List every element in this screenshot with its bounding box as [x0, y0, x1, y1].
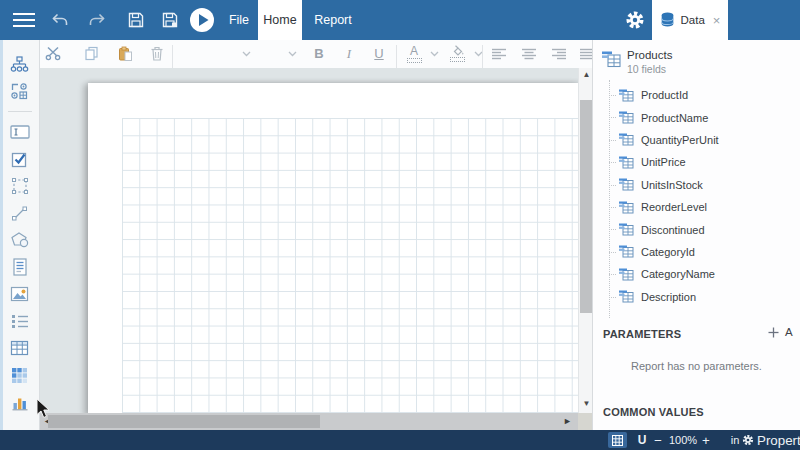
- delete-button[interactable]: [146, 40, 168, 67]
- toggle-grid-button[interactable]: [606, 430, 628, 450]
- image-tool-button[interactable]: [7, 284, 33, 304]
- zoom-in-button[interactable]: +: [700, 430, 712, 450]
- horizontal-scroll-thumb[interactable]: [48, 415, 320, 428]
- fill-color-button[interactable]: [446, 40, 468, 67]
- dataset-field[interactable]: UnitPrice: [593, 151, 800, 173]
- paint-bucket-icon: [450, 45, 465, 56]
- toolbox-button[interactable]: [7, 81, 33, 101]
- dataset-field[interactable]: CategoryId: [593, 241, 800, 263]
- properties-button[interactable]: Properties: [742, 430, 800, 450]
- dataset-field[interactable]: ProductId: [593, 84, 800, 106]
- checkbox-icon: [11, 151, 28, 168]
- save-as-button[interactable]: [158, 0, 182, 40]
- field-icon: [619, 133, 634, 146]
- data-panel: Products 10 fields Pro: [592, 40, 800, 430]
- plus-icon: [768, 327, 779, 338]
- dataset-field[interactable]: CategoryName: [593, 263, 800, 285]
- chevron-down-icon: [288, 51, 297, 57]
- hamburger-menu-button[interactable]: [10, 0, 38, 40]
- snap-to-grid-button[interactable]: U: [634, 430, 650, 450]
- italic-button[interactable]: I: [340, 40, 358, 67]
- dataset-node[interactable]: Products 10 fields: [593, 48, 800, 82]
- redo-icon: [88, 13, 105, 27]
- chart-tool-button[interactable]: [7, 392, 33, 412]
- toolbox-icon: [11, 83, 28, 100]
- add-parameter-button[interactable]: A: [768, 326, 793, 338]
- field-icon: [619, 89, 634, 102]
- redo-button[interactable]: [84, 0, 108, 40]
- line-icon: [11, 205, 28, 222]
- textbox-icon: [10, 125, 30, 139]
- matrix-tool-button[interactable]: [7, 365, 33, 385]
- field-icon: [619, 156, 634, 169]
- file-menu[interactable]: File: [222, 0, 256, 40]
- shape-icon: [11, 232, 29, 248]
- font-size-dropdown[interactable]: [282, 40, 302, 67]
- rich-text-tool-button[interactable]: [7, 257, 33, 277]
- font-family-dropdown[interactable]: [236, 40, 256, 67]
- copy-icon: [84, 46, 99, 61]
- scissors-icon: [45, 46, 61, 61]
- underline-button[interactable]: U: [370, 40, 388, 67]
- bold-button[interactable]: B: [310, 40, 328, 67]
- data-tab-label: Data: [681, 14, 705, 26]
- dataset-field[interactable]: UnitsInStock: [593, 174, 800, 196]
- preview-button[interactable]: [188, 0, 216, 40]
- save-button[interactable]: [124, 0, 148, 40]
- save-as-icon: [162, 12, 178, 28]
- align-right-button[interactable]: [548, 40, 570, 67]
- copy-button[interactable]: [80, 40, 102, 67]
- zoom-level[interactable]: 100%: [666, 430, 700, 450]
- rich-text-icon: [12, 258, 28, 276]
- dataset-field[interactable]: ReorderLevel: [593, 196, 800, 218]
- cut-button[interactable]: [42, 40, 64, 67]
- align-center-button[interactable]: [518, 40, 540, 67]
- table-icon: [10, 340, 29, 356]
- data-panel-tab[interactable]: Data ×: [652, 0, 728, 40]
- zoom-out-button[interactable]: −: [652, 430, 664, 450]
- hamburger-icon: [13, 13, 35, 27]
- dataset-field[interactable]: QuantityPerUnit: [593, 129, 800, 151]
- list-tool-button[interactable]: [7, 311, 33, 331]
- report-page[interactable]: [88, 83, 578, 413]
- field-icon: [619, 223, 634, 236]
- report-designer-window: File Home Report Data ×: [0, 0, 800, 450]
- design-canvas-area: [40, 68, 578, 413]
- image-icon: [10, 286, 29, 302]
- design-grid-surface[interactable]: [122, 118, 578, 413]
- dataset-field[interactable]: ProductName: [593, 106, 800, 128]
- container-tool-button[interactable]: [7, 176, 33, 196]
- textbox-tool-button[interactable]: [7, 122, 33, 142]
- paste-button[interactable]: [114, 40, 136, 67]
- dataset-icon: [602, 51, 621, 72]
- undo-button[interactable]: [48, 0, 72, 40]
- checkbox-tool-button[interactable]: [7, 149, 33, 169]
- scroll-right-icon[interactable]: ►: [563, 416, 572, 427]
- tab-home[interactable]: Home: [258, 0, 302, 40]
- paste-icon: [118, 46, 133, 61]
- settings-button[interactable]: [622, 0, 648, 40]
- table-tool-button[interactable]: [7, 338, 33, 358]
- chart-icon: [11, 394, 29, 411]
- horizontal-scrollbar[interactable]: ◄ ►: [40, 413, 578, 430]
- matrix-icon: [11, 367, 28, 384]
- tab-report[interactable]: Report: [302, 0, 364, 40]
- line-tool-button[interactable]: [7, 203, 33, 223]
- vertical-scrollbar[interactable]: ▲ ▼: [578, 68, 593, 413]
- align-left-icon: [491, 48, 507, 60]
- undo-icon: [52, 13, 69, 27]
- font-color-dropdown[interactable]: [426, 40, 442, 67]
- gear-icon: [742, 434, 754, 446]
- fill-swatch: [450, 57, 465, 62]
- shape-tool-button[interactable]: [7, 230, 33, 250]
- report-explorer-button[interactable]: [7, 54, 33, 74]
- fill-color-dropdown[interactable]: [470, 40, 486, 67]
- toolbox-sidebar: [0, 40, 40, 430]
- properties-label: Properties: [757, 433, 800, 448]
- font-color-button[interactable]: A: [404, 40, 424, 67]
- dataset-field[interactable]: Description: [593, 286, 800, 308]
- dataset-fields-tree: ProductId ProductName: [593, 84, 800, 308]
- close-data-tab-icon[interactable]: ×: [713, 13, 721, 28]
- dataset-field[interactable]: Discontinued: [593, 218, 800, 240]
- align-left-button[interactable]: [488, 40, 510, 67]
